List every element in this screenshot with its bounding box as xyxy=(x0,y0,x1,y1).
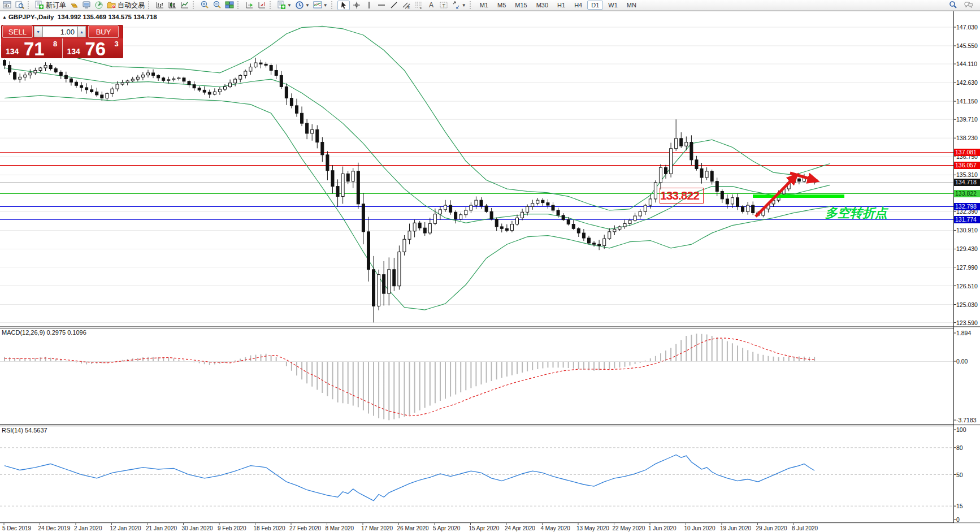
bid-price-point: 8 xyxy=(53,40,57,48)
rsi-tick-label: 15 xyxy=(956,503,980,509)
date-axis-label: 24 Dec 2019 xyxy=(38,525,71,531)
ask-price[interactable]: 134 76 3 xyxy=(62,38,124,58)
date-axis-label: 26 Mar 2020 xyxy=(397,525,429,531)
annotation-text[interactable]: 多空转折点 xyxy=(825,205,887,222)
date-axis-label: 15 Apr 2020 xyxy=(469,525,500,531)
date-axis-label: 2 Jan 2020 xyxy=(74,525,102,531)
date-axis-label: 27 Feb 2020 xyxy=(289,525,321,531)
price-level-label: 137.081 xyxy=(954,149,980,156)
price-tick-label: 135.310 xyxy=(956,171,980,178)
volume-decrease-button[interactable]: ▼ xyxy=(34,26,42,37)
ask-price-point: 3 xyxy=(115,40,119,48)
date-axis-label: 18 Feb 2020 xyxy=(254,525,285,531)
date-axis-label: 9 Feb 2020 xyxy=(218,525,246,531)
rsi-tick-label: 0 xyxy=(956,516,980,523)
macd-label: MACD(12,26,9) 0.2975 0.1096 xyxy=(2,329,86,336)
price-tick-label: 123.590 xyxy=(956,319,980,326)
volume-input[interactable]: 1.00 xyxy=(42,26,77,37)
bid-price[interactable]: 134 71 8 xyxy=(1,38,62,58)
date-axis-label: 24 Apr 2020 xyxy=(505,525,535,531)
date-axis-label: 30 Jan 2020 xyxy=(182,525,213,531)
price-level-label: 133.822 xyxy=(954,190,980,197)
price-tick-label: 127.990 xyxy=(956,264,980,271)
symbol-label: GBPJPY-,Daily xyxy=(8,14,54,20)
price-tick-label: 141.150 xyxy=(956,98,980,105)
price-tick-label: 139.710 xyxy=(956,116,980,123)
price-tick-label: 130.910 xyxy=(956,227,980,233)
rsi-label: RSI(14) 54.5637 xyxy=(2,427,47,434)
one-click-trade-panel: SELL ▼ 1.00 ▲ BUY 134 71 8 134 76 3 xyxy=(1,25,123,58)
date-axis-label: 4 May 2020 xyxy=(541,525,570,531)
macd-tick-label: 1.894 xyxy=(956,330,980,336)
rsi-tick-label: 50 xyxy=(956,472,980,478)
collapse-triangle-icon[interactable]: ▲ xyxy=(2,15,7,20)
macd-tick-label: -3.7183 xyxy=(956,417,980,423)
ask-price-pips: 76 xyxy=(85,40,106,58)
ask-price-big-figure: 134 xyxy=(67,47,80,56)
chart-title: ▲GBPJPY-,Daily 134.992 135.469 134.575 1… xyxy=(2,14,157,20)
terminal-window: 新订单自动交易▼▼▼EFAT▼M1M5M15M30H1H4D1W1MN ▲GBP… xyxy=(0,0,980,532)
price-level-label: 131.774 xyxy=(954,216,980,223)
trade-panel-prices: 134 71 8 134 76 3 xyxy=(1,38,123,58)
sell-button[interactable]: SELL xyxy=(2,25,33,38)
date-axis-label: 22 May 2020 xyxy=(613,525,645,531)
price-tick-label: 142.630 xyxy=(956,79,980,86)
macd-tick-label: 0.00 xyxy=(956,358,980,365)
chart-canvas[interactable] xyxy=(0,0,980,532)
date-axis-label: 13 May 2020 xyxy=(576,525,609,531)
price-callout[interactable]: 133.822 xyxy=(660,188,704,204)
date-axis-label: 19 Jun 2020 xyxy=(720,525,751,531)
price-tick-label: 144.110 xyxy=(956,60,980,67)
price-level-label: 132.798 xyxy=(954,203,980,210)
price-tick-label: 145.550 xyxy=(956,42,980,49)
trade-panel-controls: SELL ▼ 1.00 ▲ BUY xyxy=(1,25,123,38)
date-axis-label: 17 Mar 2020 xyxy=(361,525,393,531)
price-tick-label: 126.510 xyxy=(956,283,980,289)
bid-price-big-figure: 134 xyxy=(6,47,19,56)
price-tick-label: 129.430 xyxy=(956,245,980,252)
date-axis-label: 8 Jul 2020 xyxy=(792,525,818,531)
bid-price-pips: 71 xyxy=(24,40,45,58)
date-axis-label: 8 Mar 2020 xyxy=(326,525,354,531)
buy-button[interactable]: BUY xyxy=(88,25,119,38)
ohlc-values: 134.992 135.469 134.575 134.718 xyxy=(58,14,157,20)
date-axis-label: 12 Jan 2020 xyxy=(110,525,141,531)
volume-increase-button[interactable]: ▲ xyxy=(77,26,86,37)
date-axis-label: 5 Apr 2020 xyxy=(433,525,460,531)
date-axis-label: 10 Jun 2020 xyxy=(684,525,716,531)
date-axis-label: 5 Dec 2019 xyxy=(2,525,31,531)
rsi-tick-label: 100 xyxy=(956,426,980,433)
rsi-tick-label: 80 xyxy=(956,444,980,451)
price-level-label: 134.718 xyxy=(954,179,980,186)
price-level-label: 136.057 xyxy=(954,162,980,169)
date-axis-label: 1 Jun 2020 xyxy=(648,525,677,531)
date-axis-label: 29 Jun 2020 xyxy=(756,525,787,531)
price-tick-label: 147.030 xyxy=(956,24,980,31)
date-axis-label: 21 Jan 2020 xyxy=(146,525,177,531)
price-tick-label: 138.230 xyxy=(956,135,980,141)
price-tick-label: 125.030 xyxy=(956,301,980,308)
